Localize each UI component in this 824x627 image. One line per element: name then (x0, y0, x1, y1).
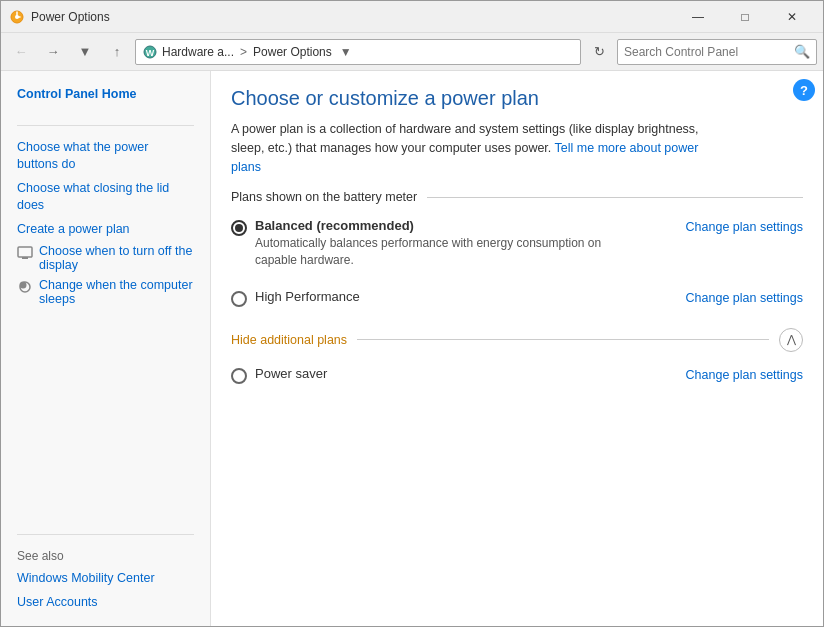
path-part-power: Power Options (253, 45, 332, 59)
sidebar-divider-bottom (17, 534, 194, 535)
sidebar: Control Panel Home Choose what the power… (1, 71, 211, 626)
path-part-hardware: Hardware a... (162, 45, 234, 59)
window: Power Options — □ ✕ ← → ▼ ↑ W Hardware a… (0, 0, 824, 627)
plans-section-header: Plans shown on the battery meter (231, 190, 803, 204)
plan-high-performance: High Performance Change plan settings (231, 285, 803, 314)
plans-section-line (427, 197, 803, 198)
svg-point-7 (20, 282, 27, 289)
sidebar-user-accounts[interactable]: User Accounts (1, 591, 210, 615)
svg-point-1 (15, 15, 19, 19)
radio-power-saver[interactable] (231, 368, 247, 384)
content-description: A power plan is a collection of hardware… (231, 120, 731, 176)
plan-high-performance-info: High Performance (255, 289, 666, 304)
moon-icon (17, 279, 33, 298)
plan-power-saver-name: Power saver (255, 366, 327, 381)
search-input[interactable] (624, 45, 794, 59)
sidebar-sleep-label: Change when the computer sleeps (39, 278, 194, 306)
up-button[interactable]: ↑ (103, 39, 131, 65)
sidebar-close-lid[interactable]: Choose what closing the liddoes (1, 177, 210, 218)
monitor-icon (17, 245, 33, 264)
main-layout: Control Panel Home Choose what the power… (1, 71, 823, 626)
back-button[interactable]: ← (7, 39, 35, 65)
plan-high-performance-name: High Performance (255, 289, 360, 304)
radio-high-performance[interactable] (231, 291, 247, 307)
change-plan-balanced[interactable]: Change plan settings (666, 220, 803, 234)
svg-text:W: W (146, 48, 155, 58)
see-also-label: See also (1, 545, 210, 567)
path-separator: > (240, 45, 247, 59)
plan-balanced-desc: Automatically balances performance with … (255, 235, 615, 269)
recent-pages-button[interactable]: ▼ (71, 39, 99, 65)
path-chevron[interactable]: ▼ (340, 45, 352, 59)
sidebar-create-plan[interactable]: Create a power plan (1, 218, 210, 242)
sidebar-control-panel-home[interactable]: Control Panel Home (1, 83, 210, 107)
plan-power-saver-info: Power saver (255, 366, 666, 381)
title-bar: Power Options — □ ✕ (1, 1, 823, 33)
address-path[interactable]: W Hardware a... > Power Options ▼ (135, 39, 581, 65)
collapse-button[interactable]: ⋀ (779, 328, 803, 352)
help-button[interactable]: ? (793, 79, 815, 101)
hide-plans-label[interactable]: Hide additional plans (231, 333, 347, 347)
svg-rect-5 (22, 257, 28, 259)
sidebar-mobility-center[interactable]: Windows Mobility Center (1, 567, 210, 591)
maximize-button[interactable]: □ (722, 1, 768, 33)
plan-balanced-info: Balanced (recommended) Automatically bal… (255, 218, 666, 269)
sidebar-divider-top (17, 125, 194, 126)
hide-plans-section: Hide additional plans ⋀ (231, 328, 803, 352)
close-button[interactable]: ✕ (769, 1, 815, 33)
radio-balanced[interactable] (231, 220, 247, 236)
svg-rect-4 (18, 247, 32, 257)
window-controls: — □ ✕ (675, 1, 815, 33)
forward-button[interactable]: → (39, 39, 67, 65)
content-area: ? Choose or customize a power plan A pow… (211, 71, 823, 626)
sidebar-turn-off-label: Choose when to turn off the display (39, 244, 194, 272)
app-icon (9, 9, 25, 25)
plans-section-label: Plans shown on the battery meter (231, 190, 417, 204)
plan-balanced: Balanced (recommended) Automatically bal… (231, 214, 803, 273)
search-box: 🔍 (617, 39, 817, 65)
sidebar-turn-off-display[interactable]: Choose when to turn off the display (1, 241, 210, 275)
search-icon[interactable]: 🔍 (794, 44, 810, 59)
content-title: Choose or customize a power plan (231, 87, 803, 110)
plan-power-saver: Power saver Change plan settings (231, 362, 803, 391)
refresh-button[interactable]: ↻ (585, 39, 613, 65)
change-plan-high-performance[interactable]: Change plan settings (666, 291, 803, 305)
change-plan-power-saver[interactable]: Change plan settings (666, 368, 803, 382)
minimize-button[interactable]: — (675, 1, 721, 33)
window-title: Power Options (31, 10, 675, 24)
sidebar-power-buttons[interactable]: Choose what the powerbuttons do (1, 136, 210, 177)
plan-balanced-name: Balanced (recommended) (255, 218, 414, 233)
address-bar: ← → ▼ ↑ W Hardware a... > Power Options … (1, 33, 823, 71)
hide-plans-line (357, 339, 769, 340)
path-icon: W (142, 44, 158, 60)
sidebar-sleep[interactable]: Change when the computer sleeps (1, 275, 210, 309)
